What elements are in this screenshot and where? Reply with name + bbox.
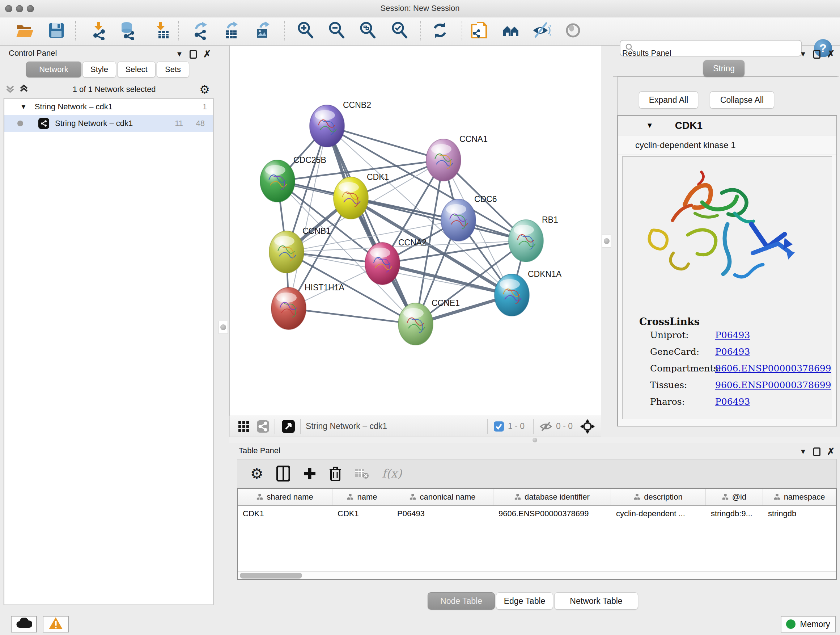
panel-close-icon[interactable]: ✗	[827, 49, 835, 60]
string-network-graph[interactable]: CCNB2CCNA1CDC25BCDK1CDC6RB1CCNB1CCNA2CDK…	[230, 46, 602, 416]
zoom-fit-button[interactable]	[357, 21, 378, 41]
first-neighbors-button[interactable]	[501, 21, 521, 41]
gene-card-header[interactable]: ▼ CDK1	[618, 116, 836, 135]
network-canvas[interactable]: CCNB2CCNA1CDC25BCDK1CDC6RB1CCNB1CCNA2CDK…	[229, 46, 601, 416]
table-cell[interactable]: stringdb:9...	[706, 506, 763, 523]
create-column-plus-icon[interactable]	[303, 467, 316, 480]
cloud-icon	[16, 618, 32, 631]
expander-icon[interactable]: ▼	[646, 121, 653, 130]
network-node-cdc25b[interactable]	[260, 160, 295, 202]
delete-table-icon[interactable]	[355, 468, 369, 479]
grid-view-icon[interactable]	[238, 420, 250, 432]
column-header-name[interactable]: name	[332, 489, 392, 505]
tab-string[interactable]: String	[703, 60, 745, 77]
function-builder-icon[interactable]: f(x)	[382, 467, 402, 480]
table-hscrollbar[interactable]	[238, 571, 836, 579]
delete-column-trash-icon[interactable]	[329, 466, 341, 481]
column-header-shared-name[interactable]: shared name	[238, 489, 332, 505]
new-session-from-selection-button[interactable]	[469, 21, 489, 41]
gear-icon[interactable]: ⚙	[199, 82, 210, 96]
tab-network-table[interactable]: Network Table	[554, 592, 638, 610]
gene-symbol: CDK1	[675, 120, 703, 131]
left-splitter-grip[interactable]	[218, 321, 228, 334]
import-network-file-button[interactable]	[88, 21, 109, 41]
table-cell[interactable]: 9606.ENSP00000378699	[493, 506, 611, 523]
crosslink-link[interactable]: P06493	[715, 330, 750, 340]
import-network-database-button[interactable]	[118, 21, 138, 41]
tab-network[interactable]: Network	[26, 62, 81, 78]
tab-node-table[interactable]: Node Table	[428, 592, 495, 610]
zoom-out-button[interactable]	[326, 21, 347, 41]
show-all-button[interactable]	[563, 21, 583, 41]
share-view-icon[interactable]	[256, 420, 270, 433]
network-node-ccne1[interactable]	[398, 303, 433, 345]
export-image-button[interactable]	[253, 21, 273, 41]
network-collection-row[interactable]: ▼ String Network – cdk1 1	[4, 98, 213, 115]
refresh-view-button[interactable]	[430, 21, 450, 41]
memory-button[interactable]: Memory	[781, 616, 836, 632]
panel-float-icon[interactable]	[189, 50, 197, 59]
table-settings-gear-icon[interactable]: ⚙	[250, 465, 264, 482]
panel-float-icon[interactable]	[813, 448, 821, 456]
tab-select[interactable]: Select	[117, 62, 156, 78]
network-node-ccna2[interactable]	[365, 242, 400, 285]
column-header-canonical-name[interactable]: canonical name	[392, 489, 493, 505]
tab-style[interactable]: Style	[82, 62, 116, 78]
expander-icon[interactable]: ▼	[20, 103, 27, 111]
selected-checkbox-icon[interactable]	[493, 421, 504, 432]
birdseye-view-icon[interactable]	[281, 420, 295, 433]
network-node-cdkn1a[interactable]	[494, 274, 529, 316]
cloud-status-button[interactable]	[11, 616, 37, 632]
pan-crosshair-icon[interactable]	[580, 419, 595, 434]
zoom-in-button[interactable]	[295, 21, 316, 41]
column-header-description[interactable]: description	[611, 489, 706, 505]
column-header-database-identifier[interactable]: database identifier	[493, 489, 611, 505]
network-node-ccnb1[interactable]	[269, 231, 304, 273]
table-cell[interactable]: CDK1	[238, 506, 332, 523]
panel-close-icon[interactable]: ✗	[827, 446, 835, 457]
table-row[interactable]: CDK1CDK1P064939606.ENSP00000378699cyclin…	[238, 506, 836, 523]
zoom-selected-button[interactable]	[389, 21, 409, 41]
network-node-rb1[interactable]	[508, 220, 543, 262]
column-header-namespace[interactable]: namespace	[763, 489, 836, 505]
panel-menu-icon[interactable]: ▼	[799, 448, 807, 456]
right-splitter-grip[interactable]	[602, 234, 611, 248]
table-cell[interactable]: CDK1	[332, 506, 392, 523]
collapse-all-button[interactable]: Collapse All	[710, 91, 774, 109]
expand-all-button[interactable]: Expand All	[639, 91, 698, 109]
network-row[interactable]: String Network – cdk1 11 48	[4, 115, 213, 132]
export-table-button[interactable]	[221, 21, 242, 41]
crosslink-link[interactable]: P06493	[715, 396, 750, 407]
network-node-cdk1[interactable]	[333, 177, 368, 219]
panel-float-icon[interactable]	[813, 50, 821, 59]
horizontal-splitter[interactable]	[229, 437, 840, 443]
table-cell[interactable]: stringdb	[763, 506, 836, 523]
network-node-ccnb2[interactable]	[309, 105, 344, 147]
tab-sets[interactable]: Sets	[156, 62, 189, 78]
tab-edge-table[interactable]: Edge Table	[496, 592, 553, 610]
scrollbar-thumb[interactable]	[240, 573, 302, 578]
panel-menu-icon[interactable]: ▼	[799, 50, 807, 58]
open-session-button[interactable]	[14, 21, 35, 41]
hidden-eye-slash-icon[interactable]	[539, 421, 553, 432]
export-network-button[interactable]	[191, 21, 211, 41]
network-node-ccna1[interactable]	[426, 139, 461, 181]
expand-all-icon[interactable]	[19, 83, 29, 96]
hide-selected-button[interactable]	[531, 21, 551, 41]
collapse-all-icon[interactable]	[5, 83, 15, 96]
panel-menu-icon[interactable]: ▼	[176, 50, 183, 58]
crosslink-link[interactable]: 9606.ENSP00000378699	[715, 363, 831, 374]
table-cell[interactable]: cyclin-dependent ...	[611, 506, 706, 523]
panel-close-icon[interactable]: ✗	[203, 49, 211, 60]
crosslink-link[interactable]: 9606.ENSP00000378699	[715, 380, 831, 390]
column-header--id[interactable]: @id	[706, 489, 763, 505]
network-node-hist1h1a[interactable]	[271, 287, 306, 329]
warning-status-button[interactable]	[43, 616, 69, 632]
network-node-cdc6[interactable]	[441, 199, 476, 241]
save-session-button[interactable]	[46, 21, 66, 41]
import-table-file-button[interactable]	[151, 21, 172, 41]
crosslink-link[interactable]: P06493	[715, 347, 750, 357]
database-import-icon	[118, 21, 137, 41]
table-cell[interactable]: P06493	[392, 506, 493, 523]
insert-column-icon[interactable]	[276, 466, 290, 481]
